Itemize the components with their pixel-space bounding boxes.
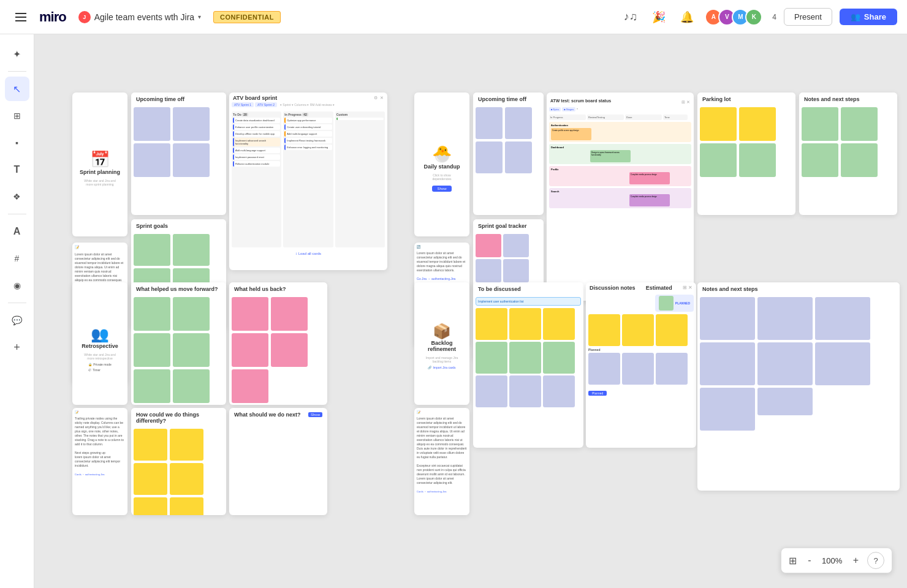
backlog-text-frame: 📝 Lorem ipsum dolor sit amet consectetur…: [414, 408, 469, 515]
sprint-planning-sub: White star and Jira andmore sprint plann…: [84, 179, 115, 186]
sticky-tb1: [476, 308, 507, 340]
sticky-tb4: [476, 342, 507, 374]
sidebar-comment[interactable]: 💬: [5, 308, 29, 333]
sticky-tb3: [543, 308, 575, 340]
upcoming-time-off-2-frame: Upcoming time off: [473, 92, 544, 215]
sticky-pl2: [739, 107, 776, 141]
notifications-button[interactable]: 🔔: [677, 8, 697, 26]
board-name-label: Agile team events wth Jira: [94, 12, 194, 22]
sticky-mf6: [173, 369, 210, 403]
jira-col-done: Custom: [335, 111, 385, 247]
jira-item-7: Refactor authentication module: [233, 161, 280, 167]
sticky-nns5: [757, 342, 813, 385]
daily-standup-sub: Click to showdependencies: [432, 173, 451, 181]
scrum-row-1: Authentication Create profile screen app…: [549, 122, 691, 142]
zoom-out-button[interactable]: -: [804, 554, 814, 567]
zoom-level-label: 100%: [820, 556, 844, 565]
sticky-dd4: [170, 463, 203, 495]
present-button[interactable]: Present: [784, 8, 832, 26]
notes-next-steps-2-title: Notes and next steps: [697, 282, 900, 295]
zoom-controls: ⊞ - 100% + ?: [781, 548, 892, 573]
sidebar-select[interactable]: ↖: [5, 77, 29, 101]
sticky-15: [476, 259, 501, 282]
backlog-frame: 📦 Backlog refinement Import and manage J…: [414, 282, 469, 405]
topbar-left: miro J Agile team events wth Jira ▾ CONF…: [10, 6, 281, 28]
to-be-discussed-title: To be discussed: [473, 282, 583, 295]
sticky-hb2: [271, 297, 308, 331]
sticky-dd3: [134, 463, 167, 495]
scrum-filters: ■ Epics ■ Stages ▾: [547, 107, 694, 113]
sticky-10: [505, 107, 532, 139]
jira-item-6: Implement password reset: [233, 154, 280, 160]
sticky-pl4: [739, 143, 776, 177]
do-differently-frame: How could we do things differently?: [131, 408, 226, 515]
atv-board-frame: ATV board sprint ⚙ ✕ ATV Sprint 1 ATV Sp…: [229, 92, 387, 270]
share-button[interactable]: 👥 Share: [840, 9, 897, 25]
jira-col-inprogress: In Progress 42 Optimize app performance …: [283, 111, 333, 247]
sidebar-draw[interactable]: A: [5, 219, 29, 244]
daily-standup-btn[interactable]: Show: [432, 186, 451, 192]
sidebar-magic[interactable]: ✦: [5, 42, 29, 66]
implement-auth: Implement user authentication list: [476, 297, 581, 306]
estimated-title: Estimated: [646, 285, 672, 291]
sticky-pl1: [700, 107, 737, 141]
reactions-button[interactable]: ♪♫: [620, 8, 642, 26]
menu-button[interactable]: [10, 6, 32, 28]
jira-item-4: Implement advanced search functionality: [233, 138, 280, 146]
sticky-tb8: [509, 375, 541, 407]
what-next-title: What should we do next?: [234, 412, 301, 418]
what-next-frame: What should we do next? Show: [229, 408, 327, 515]
planned-tag: PLANNED: [655, 295, 694, 312]
notes-next-steps-2-content: [697, 295, 900, 433]
sticky-mf2: [173, 297, 210, 331]
sticky-mf3: [134, 333, 170, 367]
board-name-button[interactable]: J Agile team events wth Jira ▾: [74, 9, 206, 26]
notes-next-steps-1-title: Notes and next steps: [799, 92, 897, 105]
backlog-options: 🔗Import Jira cards: [423, 366, 460, 374]
sidebar-text[interactable]: T: [5, 157, 29, 182]
what-next-stickies: [229, 420, 327, 425]
moved-forward-frame: What helped us move forward?: [131, 282, 226, 405]
sidebar-frames[interactable]: ⊞: [5, 104, 29, 128]
load-all-cards[interactable]: ↕ Load all cards: [229, 250, 387, 257]
jira-item-10: Add multi-language support: [284, 131, 332, 137]
upcoming-time-off-2-stickies: [473, 105, 544, 176]
sticky-nns8: [757, 388, 813, 415]
upcoming-time-off-2-title: Upcoming time off: [473, 92, 544, 105]
sticky-tb2: [509, 308, 541, 340]
sticky-mf4: [173, 333, 210, 367]
sidebar-add[interactable]: +: [5, 335, 29, 360]
atv-scrum-title: ATW test: scrum board status: [550, 99, 611, 103]
daily-standup-frame: 🐣 Daily standup Click to showdependencie…: [414, 92, 469, 236]
atv-board-title: ATV board sprint: [233, 95, 277, 101]
avatar-count[interactable]: 4: [772, 13, 776, 21]
discussion-icons: ⊞ ✕: [683, 285, 693, 291]
sticky-nn4: [841, 143, 878, 177]
daily-standup-label: Daily standup: [423, 164, 460, 170]
sidebar-sticky[interactable]: ▪: [5, 130, 29, 155]
sidebar-grid[interactable]: #: [5, 246, 29, 271]
sidebar-templates[interactable]: ❖: [5, 184, 29, 209]
scrum-board-rows: In Progress Review/Testing Done Time Aut…: [547, 113, 694, 209]
sticky-hb3: [232, 333, 268, 367]
board-avatar: J: [78, 11, 91, 23]
sprint-planning-icon: 📅: [90, 150, 110, 169]
jira-col-todo: To Do 28 Create data visualization dashb…: [232, 111, 281, 247]
help-button[interactable]: ?: [867, 552, 884, 569]
celebrate-button[interactable]: 🎉: [648, 8, 669, 26]
sidebar-palette[interactable]: ◉: [5, 273, 29, 298]
atv-scrum-controls: ⊞ ✕: [681, 95, 690, 106]
held-back-stickies: [229, 295, 327, 405]
sticky-nn3: [802, 143, 838, 177]
share-icon: 👥: [851, 12, 860, 21]
jira-item-1: Create data visualization dashboard: [233, 118, 280, 123]
backlog-icon: 📦: [433, 323, 451, 340]
sticky-hb5: [232, 369, 268, 403]
sticky-dd1: [134, 429, 167, 461]
sidebar-divider-3: [8, 303, 26, 303]
zoom-in-button[interactable]: +: [849, 554, 862, 567]
sticky-dd6: [170, 497, 203, 515]
atv-board-filters: ATV Sprint 1 ATV Sprint 2 ▾ Sprint ▾ Col…: [229, 102, 387, 107]
sticky-hb1: [232, 297, 268, 331]
retro-label: Retrospective: [82, 343, 118, 349]
